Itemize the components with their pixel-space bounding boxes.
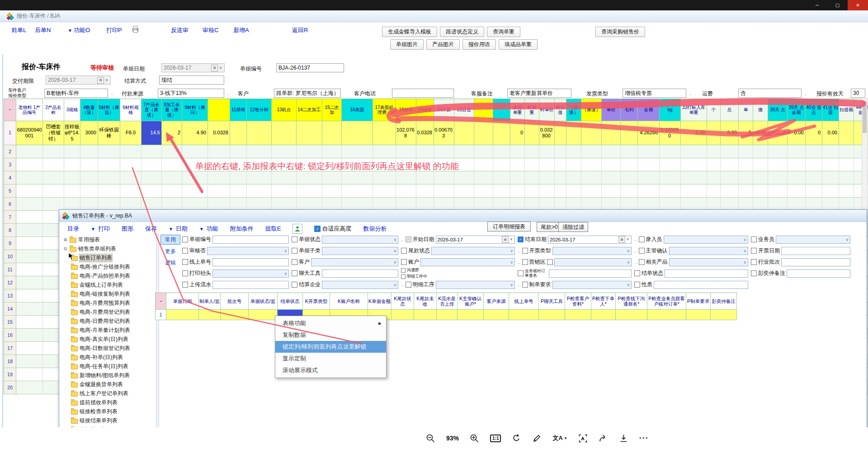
table-cell[interactable] — [162, 184, 182, 198]
tree-item[interactable]: 线上客户登记单列表 — [59, 389, 156, 398]
printer-icon[interactable] — [131, 25, 140, 35]
row-number[interactable]: 1 — [4, 121, 16, 145]
tree-item[interactable]: 电商-推广分链接列表 — [59, 262, 156, 271]
row-number[interactable]: 18 — [4, 355, 16, 368]
column-header[interactable]: 毛利 — [621, 99, 638, 121]
table-cell[interactable] — [707, 171, 721, 184]
table-cell[interactable] — [322, 171, 342, 184]
column-header[interactable]: 老物料 1产品编号 — [16, 99, 43, 121]
checkbox[interactable] — [522, 259, 528, 265]
context-menu-item[interactable]: 表格功能▶ — [275, 317, 386, 329]
table-cell[interactable] — [416, 145, 434, 158]
table-cell[interactable] — [454, 198, 474, 211]
table-cell[interactable] — [142, 198, 162, 211]
tree-item[interactable]: 电商-月单量计划列表 — [59, 326, 156, 335]
translate-icon[interactable]: 文A▼ — [552, 434, 567, 442]
table-cell[interactable] — [555, 171, 566, 184]
table-cell[interactable] — [230, 145, 247, 158]
table-cell[interactable] — [839, 171, 854, 184]
table-cell[interactable] — [788, 171, 806, 184]
row-number[interactable]: 6 — [4, 198, 16, 211]
table-cell[interactable] — [510, 145, 525, 158]
table-cell[interactable] — [555, 158, 566, 171]
column-header[interactable]: K流水是否上传 — [437, 293, 458, 310]
zoom-in-icon[interactable] — [470, 434, 479, 443]
pay-source-field[interactable]: 3-线下13% — [158, 89, 224, 98]
table-cell[interactable] — [16, 158, 43, 171]
table-cell[interactable] — [396, 171, 416, 184]
row-number[interactable]: 5 — [4, 184, 16, 198]
table-cell[interactable] — [43, 184, 64, 198]
table-cell[interactable] — [539, 145, 555, 158]
checkbox[interactable] — [292, 270, 297, 276]
checkbox[interactable] — [292, 236, 297, 242]
table-cell[interactable] — [806, 145, 822, 158]
table-cell[interactable] — [555, 184, 566, 198]
table-cell[interactable] — [638, 145, 660, 158]
column-header[interactable]: P聊天工具 — [539, 293, 565, 310]
table-cell[interactable] — [753, 145, 768, 158]
column-header[interactable] — [208, 99, 230, 121]
table-cell[interactable] — [247, 121, 272, 145]
table-cell[interactable] — [581, 121, 602, 145]
table-cell[interactable] — [247, 198, 272, 211]
table-cell[interactable] — [493, 121, 510, 145]
table-cell[interactable] — [120, 171, 142, 184]
menu-return-review[interactable]: 反送审 — [171, 26, 189, 34]
row-number[interactable]: 9 — [4, 237, 16, 250]
dialog-menu-data-analysis[interactable]: 数据分析 — [363, 225, 387, 233]
table-cell[interactable] — [98, 184, 120, 198]
ellipsis-button[interactable]: .. — [401, 282, 404, 287]
table-cell[interactable]: 0.000000 — [660, 121, 681, 145]
tree-item[interactable]: 金螺线上订单列表 — [59, 280, 156, 289]
row-number[interactable]: 8 — [4, 224, 16, 237]
table-cell[interactable] — [16, 381, 43, 394]
table-cell[interactable] — [297, 198, 322, 211]
column-header[interactable]: 单据状态/监 — [249, 293, 278, 310]
filter-select[interactable]: ∨ — [311, 258, 398, 266]
table-cell[interactable] — [681, 171, 707, 184]
dialog-menu-extract[interactable]: 提取E — [265, 225, 281, 233]
table-cell[interactable] — [753, 184, 768, 198]
menu-print[interactable]: 打印P — [106, 26, 122, 34]
calendar-icon[interactable]: ▦ — [97, 77, 104, 84]
table-cell[interactable]: 0.00 — [822, 121, 839, 145]
ellipsis-button[interactable]: .. — [518, 248, 520, 253]
column-header[interactable]: 17表面处理费（ — [373, 99, 396, 121]
column-header[interactable]: 个 — [707, 99, 721, 121]
table-cell[interactable]: 0.00 — [788, 121, 806, 145]
table-cell[interactable] — [566, 198, 581, 211]
column-header[interactable]: 3规格 — [64, 99, 80, 121]
table-cell[interactable] — [681, 184, 707, 198]
tree-item[interactable]: 电商-日数据登记列表 — [59, 344, 156, 353]
phone-field[interactable] — [392, 89, 454, 98]
tree-item[interactable]: 电商-真实单(日)列表 — [59, 335, 156, 344]
table-cell[interactable] — [539, 171, 555, 184]
table-cell[interactable] — [396, 145, 416, 158]
table-cell[interactable] — [566, 145, 581, 158]
checkbox[interactable] — [182, 259, 188, 265]
checkbox[interactable] — [522, 282, 528, 288]
filter-input[interactable] — [665, 269, 748, 278]
column-header[interactable]: 料价值 — [555, 99, 566, 121]
table-cell[interactable] — [98, 145, 120, 158]
column-header[interactable]: 客户来源 — [484, 293, 509, 310]
table-cell[interactable] — [16, 342, 43, 355]
table-cell[interactable]: 2 — [162, 121, 182, 145]
table-cell[interactable] — [839, 184, 854, 198]
table-cell[interactable] — [434, 171, 454, 184]
table-cell[interactable] — [142, 171, 162, 184]
table-cell[interactable] — [43, 171, 64, 184]
ellipsis-button[interactable]: .. — [634, 237, 637, 242]
table-cell[interactable] — [120, 158, 142, 171]
checkbox[interactable] — [182, 270, 188, 276]
context-menu-item[interactable]: 滚动展示模式 — [275, 364, 386, 376]
table-cell[interactable] — [525, 145, 539, 158]
table-cell[interactable] — [182, 171, 208, 184]
column-header[interactable]: 40业 提点 — [806, 99, 822, 121]
table-cell[interactable] — [474, 121, 493, 145]
rail-logic-button[interactable]: 逻辑 — [165, 258, 176, 267]
filter-input[interactable] — [654, 281, 748, 289]
table-cell[interactable]: 4.26286 — [638, 121, 660, 145]
checkbox[interactable] — [751, 259, 757, 265]
